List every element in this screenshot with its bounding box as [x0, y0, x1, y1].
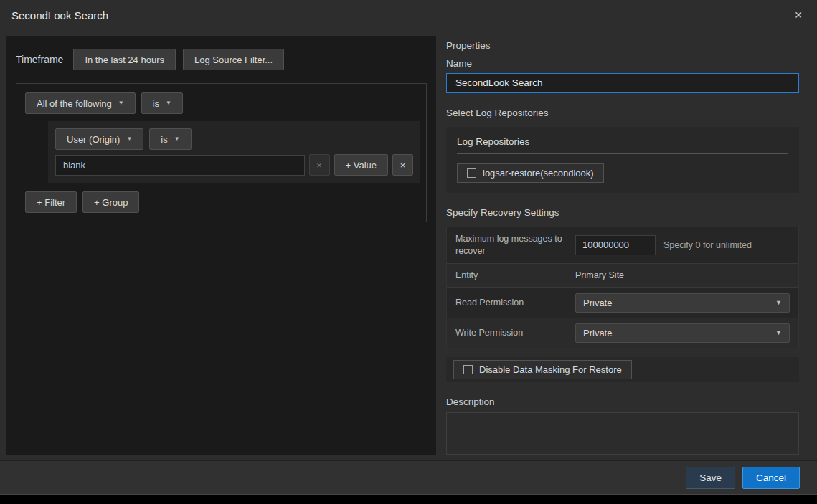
properties-heading: Properties — [446, 40, 799, 51]
write-permission-value: Private — [583, 328, 612, 338]
secondlook-search-dialog: SecondLook Search ✕ Timeframe In the las… — [0, 0, 817, 495]
add-value-button[interactable]: + Value — [334, 154, 389, 176]
cancel-button[interactable]: Cancel — [742, 467, 800, 489]
log-repositories-header: Log Repositories — [457, 136, 788, 154]
chevron-down-icon: ▼ — [126, 136, 132, 142]
filter-field-value: User (Origin) — [67, 134, 120, 145]
filter-field-dropdown[interactable]: User (Origin) ▼ — [55, 128, 143, 150]
remove-value-button[interactable]: × — [309, 154, 330, 176]
read-permission-value: Private — [583, 298, 612, 308]
add-buttons-row: + Filter + Group — [25, 191, 417, 213]
dialog-title: SecondLook Search — [11, 9, 108, 22]
write-permission-select[interactable]: Private ▼ — [575, 323, 790, 343]
repository-label: logsar-restore(secondlook) — [483, 168, 594, 179]
select-log-repositories-label: Select Log Repositories — [446, 108, 799, 118]
repository-checkbox-item[interactable]: logsar-restore(secondlook) — [457, 163, 604, 183]
filter-field-row: User (Origin) ▼ is ▼ — [55, 128, 413, 150]
timeframe-row: Timeframe In the last 24 hours Log Sourc… — [16, 49, 426, 70]
close-icon[interactable]: ✕ — [791, 8, 806, 22]
filter-value-row: × + Value × — [55, 154, 413, 176]
log-source-filter-button[interactable]: Log Source Filter... — [183, 49, 284, 70]
dialog-body: Timeframe In the last 24 hours Log Sourc… — [0, 30, 817, 460]
filter-condition-dropdown[interactable]: is ▼ — [149, 128, 191, 150]
remove-icon: × — [400, 160, 406, 171]
log-repositories-box: Log Repositories logsar-restore(secondlo… — [446, 127, 799, 193]
name-label: Name — [446, 58, 799, 69]
max-messages-label: Maximum log messages to recover — [447, 227, 572, 263]
dialog-titlebar: SecondLook Search ✕ — [0, 0, 817, 30]
data-masking-box: Disable Data Masking For Restore — [446, 357, 799, 382]
save-button[interactable]: Save — [686, 467, 735, 489]
max-messages-input[interactable] — [575, 235, 656, 255]
filter-group-box: All of the following ▼ is ▼ User (Origin… — [16, 83, 427, 222]
group-condition-dropdown[interactable]: is ▼ — [141, 92, 183, 114]
chevron-down-icon: ▼ — [775, 299, 782, 306]
recovery-settings-table: Maximum log messages to recover Specify … — [446, 227, 799, 348]
description-textarea[interactable] — [446, 412, 799, 455]
timeframe-label: Timeframe — [16, 54, 63, 65]
checkbox-icon[interactable] — [463, 365, 473, 374]
max-messages-hint: Specify 0 for unlimited — [663, 240, 752, 250]
write-permission-label: Write Permission — [447, 321, 572, 345]
add-group-button[interactable]: + Group — [82, 191, 139, 213]
remove-icon: × — [316, 160, 322, 171]
group-condition-value: is — [153, 98, 159, 109]
group-operator-dropdown[interactable]: All of the following ▼ — [25, 92, 136, 114]
group-operator-value: All of the following — [37, 98, 112, 109]
checkbox-icon[interactable] — [467, 168, 476, 178]
screen: SecondLook Search ✕ Timeframe In the las… — [0, 0, 817, 504]
entity-label: Entity — [447, 264, 572, 287]
chevron-down-icon: ▼ — [118, 100, 124, 106]
filter-condition-box: User (Origin) ▼ is ▼ × + Value — [48, 121, 420, 183]
remove-filter-button[interactable]: × — [392, 154, 413, 176]
table-row-read-permission: Read Permission Private ▼ — [447, 288, 798, 318]
add-filter-button[interactable]: + Filter — [25, 191, 77, 213]
filter-value-input[interactable] — [55, 155, 305, 176]
table-row-entity: Entity Primary Site — [447, 264, 798, 288]
properties-panel: Properties Name Select Log Repositories … — [446, 36, 799, 455]
query-builder-panel: Timeframe In the last 24 hours Log Sourc… — [6, 36, 436, 455]
read-permission-label: Read Permission — [447, 291, 572, 315]
description-label: Description — [446, 396, 799, 407]
recovery-settings-label: Specify Recovery Settings — [446, 207, 799, 218]
table-row-max-messages: Maximum log messages to recover Specify … — [447, 227, 798, 264]
disable-masking-checkbox-item[interactable]: Disable Data Masking For Restore — [453, 360, 632, 379]
read-permission-select[interactable]: Private ▼ — [575, 293, 790, 313]
group-operator-row: All of the following ▼ is ▼ — [25, 92, 417, 114]
disable-masking-label: Disable Data Masking For Restore — [479, 364, 622, 375]
chevron-down-icon: ▼ — [775, 329, 782, 336]
filter-condition-value: is — [161, 134, 167, 145]
table-row-write-permission: Write Permission Private ▼ — [447, 318, 798, 348]
timeframe-button[interactable]: In the last 24 hours — [73, 49, 176, 70]
chevron-down-icon: ▼ — [174, 136, 180, 142]
dialog-footer: Save Cancel — [0, 460, 817, 494]
chevron-down-icon: ▼ — [166, 100, 171, 106]
entity-value: Primary Site — [575, 270, 624, 280]
name-input[interactable] — [446, 73, 799, 93]
